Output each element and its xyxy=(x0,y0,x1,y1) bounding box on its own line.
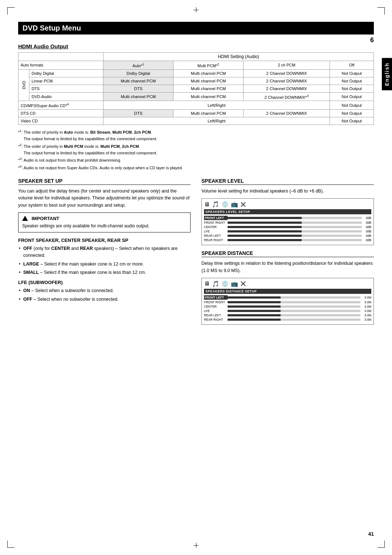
off-linear: Not Output xyxy=(330,77,374,85)
off-dvdaudio: Not Output xyxy=(330,92,374,101)
speaker-distance-setup-title: SPEAKERS DISTANCE SETUP xyxy=(204,289,371,294)
list-item-on: ON – Select when a subwoofer is connecte… xyxy=(18,287,191,294)
monitor-icon-2: 🖥 xyxy=(204,280,210,287)
dist-lfe: LFE 3.0M xyxy=(204,309,371,313)
level-center: CENTER 0dB xyxy=(204,225,371,229)
list-item-small: SMALL – Select if the main speaker cone … xyxy=(18,269,191,276)
page: English 6 41 DVD Setup Menu HDMI Audio O… xyxy=(0,0,392,555)
dist-front-right: FRONT RIGHT 3.0M xyxy=(204,300,371,304)
twoch-dolby: 2 Channel DOWNMIX xyxy=(244,69,330,77)
twoch-dvdaudio: 2 Channel DOWNMIX*3 xyxy=(244,92,330,101)
list-item-off-sub: OFF – Select when no subwoofer is connec… xyxy=(18,296,191,303)
multi-dvdaudio: Multi channel PCM xyxy=(173,92,244,101)
page-number: 41 xyxy=(368,531,374,537)
col-auto: Auto*1 xyxy=(103,61,173,70)
footnote-2: *2: The order of priority in Multi PCM m… xyxy=(18,143,374,149)
table-row: DVD-Audio Multi channel PCM Multi channe… xyxy=(19,92,374,101)
source-videocd: Video CD xyxy=(19,117,103,125)
multi-dtscd: Multi channel PCM xyxy=(173,110,244,117)
hdmi-table-top-header: HDMI Setting (Audio) xyxy=(103,53,374,61)
crosshair-bottom xyxy=(193,543,199,548)
speaker-level-setup-title: SPEAKERS LEVEL SETUP xyxy=(204,209,371,214)
source-dtscd: DTS CD xyxy=(19,110,103,117)
dist-rear-right: REAR RIGHT 3.0M xyxy=(204,318,371,321)
table-row: DVD Dolby Digital Dolby Digital Multi ch… xyxy=(19,69,374,77)
list-item-off: OFF (only for CENTER and REAR speakers) … xyxy=(18,245,191,259)
corner-mark-tr xyxy=(377,7,385,15)
lfe-list: ON – Select when a subwoofer is connecte… xyxy=(18,287,191,303)
off-dts: Not Output xyxy=(330,85,374,92)
disc-icon-2: 💿 xyxy=(221,280,229,287)
multi-dolby: Multi channel PCM xyxy=(173,69,244,77)
page-title: DVD Setup Menu xyxy=(18,22,374,35)
auto-dts: DTS xyxy=(103,85,173,92)
dist-center: CENTER 3.0M xyxy=(204,305,371,308)
footnote-3: *3: Audio is not output from discs that … xyxy=(18,157,374,163)
lfe-heading: LFE (SUBWOOFER) xyxy=(18,280,191,285)
corner-mark-br xyxy=(377,540,385,548)
level-front-left: FRONT LEFT 0dB xyxy=(204,216,371,220)
disc-icon: 💿 xyxy=(221,201,229,208)
auto-dvdaudio: Multi channel PCM xyxy=(103,92,173,101)
device-icons-speaker-distance: 🖥 🎵 💿 📺 xyxy=(204,280,371,287)
table-row: Linear PCM Multi channel PCM Multi chann… xyxy=(19,77,374,85)
footnote-4: *4: Audio is not output from Super Audio… xyxy=(18,164,374,171)
off-dolby: Not Output xyxy=(330,69,374,77)
main-content: DVD Setup Menu HDMI Audio Output HDMI Se… xyxy=(18,15,374,330)
device-icons-speaker-level: 🖥 🎵 💿 📺 xyxy=(204,201,371,208)
col-2ch: 2 ch PCM xyxy=(244,61,330,70)
content-videocd: Left/Right xyxy=(103,117,330,125)
col-multi-pcm: Multi PCM*2 xyxy=(173,61,244,70)
hdmi-table: HDMI Setting (Audio) Auto formats Auto*1… xyxy=(18,52,374,125)
table-row: DTS DTS Multi channel PCM 2 Channel DOWN… xyxy=(19,85,374,92)
source-dolby: Dolby Digital xyxy=(29,69,103,77)
source-dts: DTS xyxy=(29,85,103,92)
multi-dts: Multi channel PCM xyxy=(173,85,244,92)
two-column-layout: Speaker Set Up You can adjust the delay … xyxy=(18,178,374,330)
front-center-rear-list: OFF (only for CENTER and REAR speakers) … xyxy=(18,245,191,276)
footnotes: *1: The order of priority in Auto mode i… xyxy=(18,129,374,171)
table-row: Video CD Left/Right Not Output xyxy=(19,117,374,125)
twoch-linear: 2 Channel DOWNMIX xyxy=(244,77,330,85)
level-lfe: LFE 0dB xyxy=(204,230,371,233)
corner-mark-tl xyxy=(7,7,15,15)
twoch-dts: 2 Channel DOWNMIX xyxy=(244,85,330,92)
level-front-right: FRONT RIGHT 0dB xyxy=(204,221,371,224)
music-icon-2: 🎵 xyxy=(212,280,219,287)
off-dtscd: Not Output xyxy=(330,110,374,117)
crosshair-top xyxy=(193,7,199,12)
hdmi-table-row-header: Auto formats xyxy=(19,61,103,70)
twoch-dtscd: 2 Channel DOWNMIX xyxy=(244,110,330,117)
list-item-large: LARGE – Select if the main speaker cone … xyxy=(18,261,191,268)
table-row: DTS CD DTS Multi channel PCM 2 Channel D… xyxy=(19,110,374,117)
right-column: Speaker Level Volume level setting for i… xyxy=(201,178,374,330)
table-row: CD/MP3/Super Audio CD*4 Left/Right Not O… xyxy=(19,101,374,110)
multi-linear: Multi channel PCM xyxy=(173,77,244,85)
dvd-label: DVD xyxy=(19,69,29,101)
important-title: IMPORTANT xyxy=(22,216,187,221)
warning-icon xyxy=(22,216,28,221)
monitor-icon: 🖥 xyxy=(204,201,210,208)
music-icon: 🎵 xyxy=(212,201,219,208)
corner-mark-bl xyxy=(7,540,15,548)
speaker-distance-box: 🖥 🎵 💿 📺 SPEAKERS DISTANCE SETUP FRONT LE… xyxy=(201,278,374,325)
speaker-level-heading: Speaker Level xyxy=(201,178,374,185)
close-icon xyxy=(240,202,246,207)
level-rear-right: REAR RIGHT 0dB xyxy=(204,238,371,242)
speaker-setup-description: You can adjust the delay times (for cent… xyxy=(18,188,191,209)
source-linear: Linear PCM xyxy=(29,77,103,85)
dist-rear-left: REAR LEFT 3.0M xyxy=(204,313,371,317)
col-off: Off xyxy=(330,61,374,70)
close-icon-2 xyxy=(240,281,246,287)
hdmi-audio-section: HDMI Audio Output HDMI Setting (Audio) A… xyxy=(18,43,374,171)
video-icon-2: 📺 xyxy=(231,280,238,287)
source-cd: CD/MP3/Super Audio CD*4 xyxy=(19,101,103,110)
speaker-distance-description: Delay time settings in relation to the l… xyxy=(201,260,374,274)
left-column: Speaker Set Up You can adjust the delay … xyxy=(18,178,191,330)
level-rear-left: REAR LEFT 0dB xyxy=(204,234,371,238)
auto-dtscd: DTS xyxy=(103,110,173,117)
front-center-rear-heading: FRONT SPEAKER, CENTER SPEAKER, REAR SP xyxy=(18,238,191,243)
language-tab: English xyxy=(382,58,392,90)
speaker-setup-heading: Speaker Set Up xyxy=(18,178,191,185)
hdmi-heading: HDMI Audio Output xyxy=(18,43,374,49)
